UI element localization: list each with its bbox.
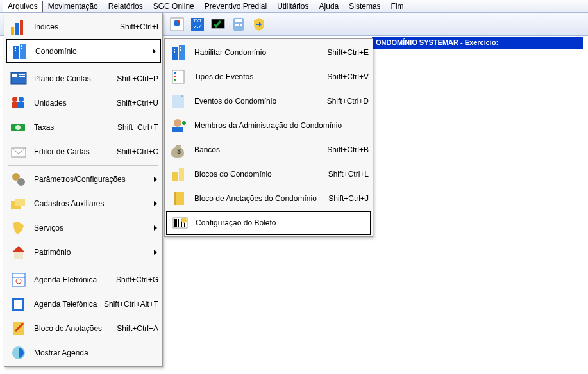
menu-item-label: Bancos [194, 145, 323, 154]
svg-rect-23 [19, 76, 25, 77]
svg-marker-35 [12, 246, 25, 252]
menu-item-label: Tipos de Eventos [194, 72, 323, 81]
menu1-item-unidades[interactable]: UnidadesShift+Ctrl+U [6, 91, 161, 115]
menubar-item-ajuda[interactable]: Ajuda [314, 1, 344, 12]
svg-rect-69 [180, 219, 180, 227]
menu2-item-configurac-a-o-do-boleto[interactable]: Configuração do Boleto [166, 211, 371, 235]
menu-item-shortcut: Shift+Ctrl+J [324, 194, 369, 203]
menubar-item-movimenta-o[interactable]: Movimentação [43, 1, 103, 12]
svg-rect-58 [172, 127, 183, 132]
menubar-item-sistemas[interactable]: Sistemas [344, 1, 385, 12]
menu-item-shortcut: Shift+Ctrl+U [113, 99, 158, 108]
menu1-item-editor-de-cartas[interactable]: Editor de CartasShift+Ctrl+C [6, 140, 161, 164]
menu2-item-membros-da-administrac-a-o-do-condomi-nio[interactable]: Membros da Administração do Condomínio [166, 113, 371, 138]
status-strip: ONDOMÍNIO SYSTEMAR - Exercício: [372, 37, 583, 49]
menubar-item-fim[interactable]: Fim [386, 1, 409, 12]
menu-item-shortcut: Shift+Ctrl+Alt+T [100, 300, 158, 309]
svg-text:TXT: TXT [193, 19, 202, 23]
menu-item-label: Mostrar Agenda [34, 348, 158, 357]
svg-rect-22 [19, 74, 25, 75]
money-bag-icon: $ [169, 140, 189, 160]
shield-arrow-icon[interactable] [250, 15, 268, 33]
building-icon [10, 41, 30, 61]
menubar-item-arquivos[interactable]: Arquivos [3, 1, 43, 12]
menubar-item-preventivo-predial[interactable]: Preventivo Predial [199, 1, 272, 12]
menu-item-label: Editor de Cartas [34, 147, 113, 156]
people-icon [8, 93, 29, 113]
menu1-item-agenda-telefo-nica[interactable]: Agenda TelefônicaShift+Ctrl+Alt+T [6, 292, 161, 316]
menu-item-label: Bloco de Anotações do Condomínio [194, 194, 324, 203]
svg-point-73 [181, 218, 187, 223]
menubar-item-utilit-rios[interactable]: Utilitários [272, 1, 314, 12]
report-icon[interactable] [168, 15, 186, 33]
svg-rect-47 [174, 49, 175, 50]
svg-rect-19 [21, 48, 22, 49]
svg-rect-48 [174, 51, 175, 53]
svg-rect-45 [172, 47, 178, 60]
svg-rect-62 [179, 168, 184, 181]
menu-item-label: Agenda Eletrônica [34, 275, 112, 284]
chart-icon [8, 17, 29, 37]
menu-item-label: Patrimônio [34, 248, 158, 257]
menu-item-shortcut: Shift+Ctrl+V [323, 72, 369, 81]
menu-item-label: Agenda Telefônica [34, 300, 100, 309]
menu-item-shortcut: Shift+Ctrl+D [323, 97, 369, 106]
menu2-item-bloco-de-anotac-o-es-do-condomi-nio[interactable]: Bloco de Anotações do CondomínioShift+Ct… [166, 186, 371, 211]
svg-rect-53 [174, 76, 176, 77]
menubar-item-sgc-online[interactable]: SGC Online [148, 1, 199, 12]
menu1-item-taxas[interactable]: TaxasShift+Ctrl+T [6, 115, 161, 140]
svg-rect-67 [176, 219, 177, 227]
menu1-item-cadastros-auxiliares[interactable]: Cadastros Auxiliares [6, 191, 161, 216]
menu-item-shortcut: Shift+Ctrl+B [323, 145, 369, 154]
menu-item-label: Serviços [34, 224, 158, 232]
menu-item-shortcut: Shift+Ctrl+L [324, 170, 369, 179]
menu-separator [8, 165, 158, 166]
menu2-item-tipos-de-eventos[interactable]: Tipos de EventosShift+Ctrl+V [166, 65, 371, 89]
menu1-item-agenda-eletro-nica[interactable]: Agenda EletrônicaShift+Ctrl+G [6, 268, 161, 292]
mail-icon [8, 142, 29, 162]
svg-rect-17 [15, 50, 16, 51]
show-agenda-icon [8, 343, 29, 363]
menu-item-label: Unidades [34, 99, 113, 108]
svg-rect-18 [21, 45, 22, 47]
plan-icon [8, 69, 29, 89]
menu-item-label: Configuração do Boleto [196, 218, 367, 227]
menu2-item-bancos[interactable]: $BancosShift+Ctrl+B [166, 138, 371, 162]
svg-point-59 [182, 121, 186, 125]
svg-rect-34 [15, 199, 25, 206]
txt-icon[interactable]: TXT [189, 15, 206, 33]
svg-rect-52 [174, 72, 176, 74]
condominio-submenu: Habilitar CondomínioShift+Ctrl+ETipos de… [164, 38, 373, 237]
menu1-item-condomi-nio[interactable]: Condomínio [6, 39, 161, 63]
menu1-item-servic-os[interactable]: Serviços [6, 216, 161, 240]
svg-rect-61 [172, 172, 178, 181]
phone-agenda-icon [8, 294, 29, 314]
svg-rect-11 [11, 27, 14, 35]
menu1-item-indices[interactable]: IndicesShift+Ctrl+I [6, 15, 161, 39]
menubar-item-relat-rios[interactable]: Relatórios [103, 1, 148, 12]
blocks-icon [169, 164, 189, 184]
menu1-item-para-metros-configurac-o-es[interactable]: Parâmetros/Configurações [6, 167, 161, 191]
menu-item-label: Eventos do Condomínio [194, 97, 323, 106]
menu-item-label: Condomínio [35, 47, 157, 56]
menu1-item-plano-de-contas[interactable]: Plano de ContasShift+Ctrl+P [6, 67, 161, 91]
menu1-item-bloco-de-anotac-o-es[interactable]: Bloco de AnotaçõesShift+Ctrl+A [6, 316, 161, 341]
monitor-check-icon[interactable] [209, 15, 227, 33]
svg-rect-7 [235, 24, 237, 26]
chevron-right-icon [154, 225, 157, 231]
calculator-icon[interactable] [230, 15, 248, 33]
building-icon [169, 42, 189, 63]
menu2-item-blocos-do-condomi-nio[interactable]: Blocos do CondomínioShift+Ctrl+L [166, 162, 371, 186]
arquivos-menu: IndicesShift+Ctrl+ICondomínioPlano de Co… [4, 13, 163, 367]
menu2-item-habilitar-condomi-nio[interactable]: Habilitar CondomínioShift+Ctrl+E [166, 40, 371, 65]
chevron-right-icon [154, 177, 157, 182]
svg-point-57 [174, 119, 181, 127]
notepad-icon [8, 318, 29, 339]
menu2-item-eventos-do-condomi-nio[interactable]: Eventos do CondomínioShift+Ctrl+D [166, 89, 371, 113]
menu1-item-patrimo-nio[interactable]: Patrimônio [6, 240, 161, 264]
menu1-item-mostrar-agenda[interactable]: Mostrar Agenda [6, 341, 161, 365]
svg-point-32 [17, 178, 25, 186]
svg-point-24 [12, 97, 17, 102]
notebook-icon [169, 188, 189, 209]
menu-item-label: Membros da Administração do Condomínio [194, 121, 369, 130]
